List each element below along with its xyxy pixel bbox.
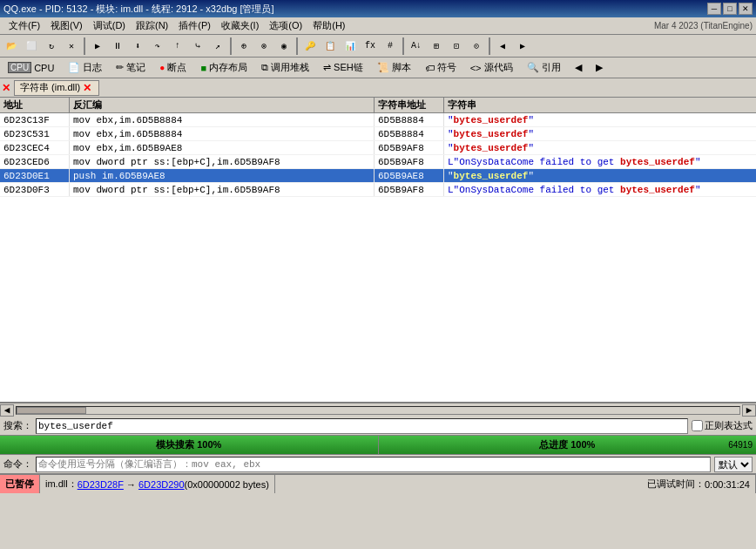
horizontal-scrollbar[interactable]: ◀ ▶ xyxy=(0,403,756,417)
table-row[interactable]: 6D23CED6 mov dword ptr ss:[ebp+C],im.6D5… xyxy=(0,155,756,169)
tb-stop[interactable]: ⬜ xyxy=(22,37,41,56)
command-input[interactable] xyxy=(36,457,711,472)
menu-help[interactable]: 帮助(H) xyxy=(307,17,350,34)
toolbar2: CPU CPU 📄 日志 ✏ 笔记 ● 断点 ■ 内存布局 ⧉ 调用堆栈 ⇌ S… xyxy=(0,58,756,78)
table-row[interactable]: 6D23CEC4 mov ebx,im.6D5B9AE8 6D5B9AF8 "b… xyxy=(0,141,756,155)
search-input[interactable] xyxy=(36,418,688,434)
progress-area: 模块搜索 100% 总进度 100% 64919 xyxy=(0,436,756,455)
tb-step-over[interactable]: ↷ xyxy=(148,37,167,56)
regex-checkbox-label: 正则表达式 xyxy=(692,419,753,432)
cell-addr: 6D23D0E1 xyxy=(0,169,70,182)
menu-trace[interactable]: 跟踪(N) xyxy=(131,17,173,34)
tb-scylla[interactable]: 🔑 xyxy=(300,37,320,56)
toolbar1: 📂 ⬜ ↻ ✕ ▶ ⏸ ⬇ ↷ ↑ ⤷ ↗ ⊕ ⊗ ◉ 🔑 📋 📊 fx # A… xyxy=(0,35,756,58)
title-text: QQ.exe - PID: 5132 - 模块: im.dll - 线程: 29… xyxy=(3,3,274,16)
tb-nav-back[interactable]: ◀ xyxy=(493,37,512,56)
main-content: 地址 反汇编 字符串地址 字符串 6D23C13F mov ebx,im.6D5… xyxy=(0,98,756,403)
tb2-notes[interactable]: ✏ 笔记 xyxy=(110,59,152,77)
log-icon: 📄 xyxy=(68,62,80,73)
tb-step-into[interactable]: ⬇ xyxy=(128,37,147,56)
table-row[interactable]: 6D23C531 mov ebx,im.6D5B8884 6D5B8884 "b… xyxy=(0,127,756,141)
status-addr2-link[interactable]: 6D23D290 xyxy=(138,479,185,490)
tb2-memory[interactable]: ■ 内存布局 xyxy=(194,59,253,77)
tb-hash[interactable]: # xyxy=(381,37,400,56)
menu-favorites[interactable]: 收藏夹(I) xyxy=(216,17,264,34)
tb-about[interactable]: ⊙ xyxy=(467,37,486,56)
tab-close-button[interactable]: ✕ xyxy=(2,82,10,94)
tb-options2[interactable]: ⊡ xyxy=(447,37,466,56)
tab-bar: ✕ 字符串 (im.dll) ✕ xyxy=(0,78,756,98)
module-progress-section: 模块搜索 100% xyxy=(0,436,379,454)
tab-item-close-button[interactable]: ✕ xyxy=(83,82,91,94)
tb-nav-fwd[interactable]: ▶ xyxy=(513,37,532,56)
regex-checkbox[interactable] xyxy=(692,420,703,431)
tb-run2[interactable]: ↗ xyxy=(208,37,227,56)
tb2-callstack[interactable]: ⧉ 调用堆栈 xyxy=(255,59,315,77)
menu-view[interactable]: 视图(V) xyxy=(45,17,88,34)
menu-debug[interactable]: 调试(D) xyxy=(88,17,131,34)
tb-step-out[interactable]: ↑ xyxy=(168,37,187,56)
cell-str: "bytes_userdef" xyxy=(444,113,756,126)
scroll-thumb[interactable] xyxy=(17,407,86,414)
tb-pause[interactable]: ⏸ xyxy=(108,37,127,56)
cell-disasm: mov ebx,im.6D5B8884 xyxy=(70,127,375,140)
module-progress-label: 模块搜索 100% xyxy=(0,438,378,451)
status-addr1-link[interactable]: 6D23D28F xyxy=(78,479,124,490)
tb2-script[interactable]: 📜 脚本 xyxy=(371,59,417,77)
tb-font[interactable]: A↓ xyxy=(407,37,426,56)
status-module: im.dll： xyxy=(45,478,78,491)
tb2-callstack-label: 调用堆栈 xyxy=(271,61,309,74)
tb-bp[interactable]: ⊕ xyxy=(234,37,253,56)
table-row[interactable]: 6D23D0F3 mov dword ptr ss:[ebp+C],im.6D5… xyxy=(0,183,756,197)
tb2-symbol-label: 符号 xyxy=(437,61,456,74)
tb2-cpu[interactable]: CPU CPU xyxy=(2,59,60,77)
tb-run[interactable]: ▶ xyxy=(88,37,107,56)
tb2-breakpoints[interactable]: ● 断点 xyxy=(153,59,192,77)
table-body[interactable]: 6D23C13F mov ebx,im.6D5B8884 6D5B8884 "b… xyxy=(0,113,756,402)
tb-run-to-user[interactable]: ⤷ xyxy=(188,37,207,56)
menu-options[interactable]: 选项(O) xyxy=(264,17,307,34)
tb2-ref[interactable]: 🔍 引用 xyxy=(521,59,567,77)
title-bar: QQ.exe - PID: 5132 - 模块: im.dll - 线程: 29… xyxy=(0,0,756,17)
tb2-seh[interactable]: ⇌ SEH链 xyxy=(317,59,369,77)
tb-expr[interactable]: fx xyxy=(361,37,380,56)
tb-restart[interactable]: ↻ xyxy=(42,37,61,56)
status-bytes: (0x00000002 bytes) xyxy=(185,479,269,490)
tb-open[interactable]: 📂 xyxy=(2,37,21,56)
tab-strings[interactable]: 字符串 (im.dll) ✕ xyxy=(14,80,99,96)
tb2-nav-fwd[interactable]: ▶ xyxy=(590,59,609,77)
tb-options1[interactable]: ⊞ xyxy=(427,37,446,56)
tb-patch[interactable]: 📋 xyxy=(321,37,340,56)
minimize-button[interactable]: ─ xyxy=(707,3,721,15)
menu-plugins[interactable]: 插件(P) xyxy=(173,17,216,34)
tb-callstack[interactable]: 📊 xyxy=(341,37,360,56)
cell-addr: 6D23CEC4 xyxy=(0,141,70,154)
status-arrow: → xyxy=(124,479,138,490)
close-button[interactable]: ✕ xyxy=(739,3,753,15)
scroll-track[interactable] xyxy=(16,406,740,415)
tb2-source[interactable]: <> 源代码 xyxy=(464,59,519,77)
tb2-symbol[interactable]: 🏷 符号 xyxy=(419,59,462,77)
tb2-log[interactable]: 📄 日志 xyxy=(62,59,108,77)
table-row[interactable]: 6D23C13F mov ebx,im.6D5B8884 6D5B8884 "b… xyxy=(0,113,756,127)
tb2-nav-back[interactable]: ◀ xyxy=(569,59,588,77)
cpu-icon: CPU xyxy=(8,62,31,73)
table-row[interactable]: 6D23D0E1 push im.6D5B9AE8 6D5B9AE8 "byte… xyxy=(0,169,756,183)
scroll-right-btn[interactable]: ▶ xyxy=(742,404,756,417)
maximize-button[interactable]: □ xyxy=(723,3,737,15)
sep5 xyxy=(489,37,490,55)
tb-close[interactable]: ✕ xyxy=(62,37,81,56)
menu-file[interactable]: 文件(F) xyxy=(3,17,45,34)
tb-hw-bp[interactable]: ⊗ xyxy=(254,37,273,56)
bp-dot-icon: ● xyxy=(159,63,165,72)
cell-straddr: 6D5B9AE8 xyxy=(375,169,444,182)
cell-straddr: 6D5B8884 xyxy=(375,127,444,140)
status-location: im.dll： 6D23D28F → 6D23D290 (0x00000002 … xyxy=(40,475,275,493)
cell-addr: 6D23D0F3 xyxy=(0,183,70,196)
status-stopped: 已暂停 xyxy=(0,475,40,493)
tb-mem-bp[interactable]: ◉ xyxy=(274,37,294,56)
command-select[interactable]: 默认 xyxy=(714,457,753,472)
tb2-bp-label: 断点 xyxy=(167,61,186,74)
scroll-left-btn[interactable]: ◀ xyxy=(0,404,14,417)
status-timer: 已调试时间： 0:00:31:24 xyxy=(642,475,756,493)
